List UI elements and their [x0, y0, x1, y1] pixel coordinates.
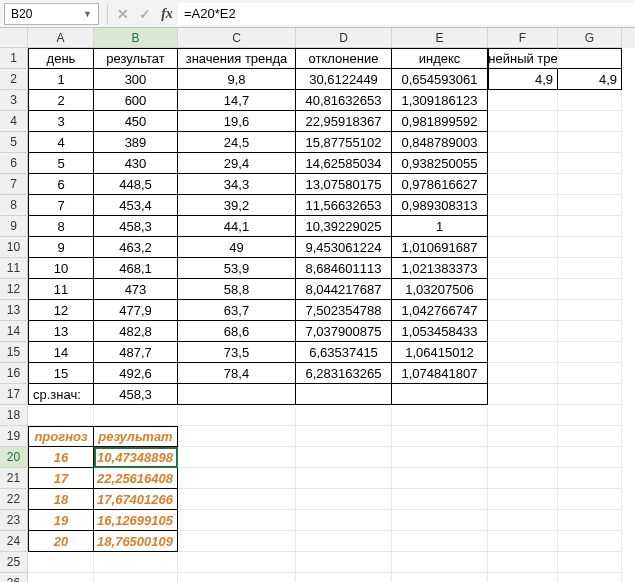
cell[interactable] — [558, 279, 622, 300]
column-header-G[interactable]: G — [558, 28, 622, 48]
cell-trend[interactable]: 39,2 — [178, 195, 296, 216]
cell-result[interactable]: 448,5 — [94, 174, 178, 195]
header-result[interactable]: результат — [94, 48, 178, 69]
forecast-a[interactable]: 16 — [28, 447, 94, 468]
cell[interactable] — [558, 426, 622, 447]
cell[interactable] — [558, 153, 622, 174]
cell[interactable] — [392, 468, 488, 489]
cell[interactable] — [178, 510, 296, 531]
cell[interactable] — [488, 258, 558, 279]
cell[interactable] — [178, 573, 296, 582]
cell-index[interactable]: 0,848789003 — [392, 132, 488, 153]
cell-result[interactable]: 477,9 — [94, 300, 178, 321]
cell-trend[interactable]: 58,8 — [178, 279, 296, 300]
cell[interactable] — [28, 552, 94, 573]
formula-input[interactable]: =A20*E2 — [178, 3, 635, 25]
row-header-8[interactable]: 8 — [0, 195, 28, 216]
cell-result[interactable]: 389 — [94, 132, 178, 153]
cell[interactable] — [392, 510, 488, 531]
cell[interactable] — [488, 426, 558, 447]
cell-index[interactable]: 0,938250055 — [392, 153, 488, 174]
cell[interactable] — [28, 405, 94, 426]
cell-index[interactable]: 1,06415012 — [392, 342, 488, 363]
cell-trend[interactable]: 78,4 — [178, 363, 296, 384]
cell[interactable] — [558, 321, 622, 342]
cell[interactable] — [558, 384, 622, 405]
fx-icon[interactable]: fx — [156, 6, 178, 22]
cell-trend[interactable]: 63,7 — [178, 300, 296, 321]
cell[interactable] — [178, 447, 296, 468]
forecast-header-a[interactable]: прогноз — [28, 426, 94, 447]
cell[interactable] — [558, 447, 622, 468]
cell[interactable] — [178, 426, 296, 447]
select-all-corner[interactable] — [0, 28, 28, 48]
cell[interactable] — [94, 552, 178, 573]
cell-day[interactable]: 8 — [28, 216, 94, 237]
cell[interactable] — [488, 468, 558, 489]
cell[interactable] — [488, 216, 558, 237]
cell-day[interactable]: 7 — [28, 195, 94, 216]
row-header-5[interactable]: 5 — [0, 132, 28, 153]
cell-day[interactable]: 4 — [28, 132, 94, 153]
cell[interactable] — [178, 468, 296, 489]
cell-index[interactable]: 1,010691687 — [392, 237, 488, 258]
column-header-F[interactable]: F — [488, 28, 558, 48]
row-header-2[interactable]: 2 — [0, 69, 28, 90]
cell[interactable] — [296, 426, 392, 447]
cancel-icon[interactable]: ✕ — [112, 6, 134, 22]
cell[interactable] — [178, 384, 296, 405]
cell-index[interactable]: 1 — [392, 216, 488, 237]
cell[interactable] — [296, 531, 392, 552]
row-header-3[interactable]: 3 — [0, 90, 28, 111]
cell[interactable] — [558, 489, 622, 510]
cell[interactable] — [558, 258, 622, 279]
cell[interactable] — [296, 405, 392, 426]
row-header-14[interactable]: 14 — [0, 321, 28, 342]
cell[interactable] — [488, 510, 558, 531]
cell-index[interactable]: 0,981899592 — [392, 111, 488, 132]
cell-day[interactable]: 5 — [28, 153, 94, 174]
cell-index[interactable]: 1,042766747 — [392, 300, 488, 321]
cell[interactable] — [558, 531, 622, 552]
forecast-a[interactable]: 20 — [28, 531, 94, 552]
cell-deviation[interactable]: 7,502354788 — [296, 300, 392, 321]
cell[interactable] — [558, 573, 622, 582]
cell[interactable] — [558, 300, 622, 321]
cell[interactable] — [488, 195, 558, 216]
cell[interactable] — [558, 132, 622, 153]
cell-result[interactable]: 463,2 — [94, 237, 178, 258]
cell-deviation[interactable]: 11,56632653 — [296, 195, 392, 216]
cell-deviation[interactable]: 22,95918367 — [296, 111, 392, 132]
cell[interactable] — [296, 468, 392, 489]
cell-result[interactable]: 482,8 — [94, 321, 178, 342]
cell-index[interactable]: 1,053458433 — [392, 321, 488, 342]
cell[interactable] — [488, 447, 558, 468]
cell[interactable] — [488, 342, 558, 363]
cell[interactable] — [488, 300, 558, 321]
forecast-a[interactable]: 17 — [28, 468, 94, 489]
cell[interactable] — [558, 405, 622, 426]
cell[interactable] — [94, 405, 178, 426]
cell-deviation[interactable]: 30,6122449 — [296, 69, 392, 90]
cell-result[interactable]: 453,4 — [94, 195, 178, 216]
chevron-down-icon[interactable]: ▼ — [83, 9, 92, 19]
cell-result[interactable]: 492,6 — [94, 363, 178, 384]
cell[interactable] — [296, 552, 392, 573]
row-header-6[interactable]: 6 — [0, 153, 28, 174]
cell-trend[interactable]: 29,4 — [178, 153, 296, 174]
cell-index[interactable]: 0,978616627 — [392, 174, 488, 195]
cell-result[interactable]: 430 — [94, 153, 178, 174]
cell[interactable] — [558, 174, 622, 195]
cell-avg-value[interactable]: 458,3 — [94, 384, 178, 405]
cell[interactable] — [558, 237, 622, 258]
cell-deviation[interactable]: 9,453061224 — [296, 237, 392, 258]
cell-index[interactable]: 1,021383373 — [392, 258, 488, 279]
column-header-C[interactable]: C — [178, 28, 296, 48]
forecast-b[interactable]: 22,25616408 — [94, 468, 178, 489]
column-header-B[interactable]: B — [94, 28, 178, 48]
cell-result[interactable]: 300 — [94, 69, 178, 90]
cell[interactable] — [558, 363, 622, 384]
forecast-b[interactable]: 16,12699105 — [94, 510, 178, 531]
cell-day[interactable]: 14 — [28, 342, 94, 363]
forecast-a[interactable]: 19 — [28, 510, 94, 531]
